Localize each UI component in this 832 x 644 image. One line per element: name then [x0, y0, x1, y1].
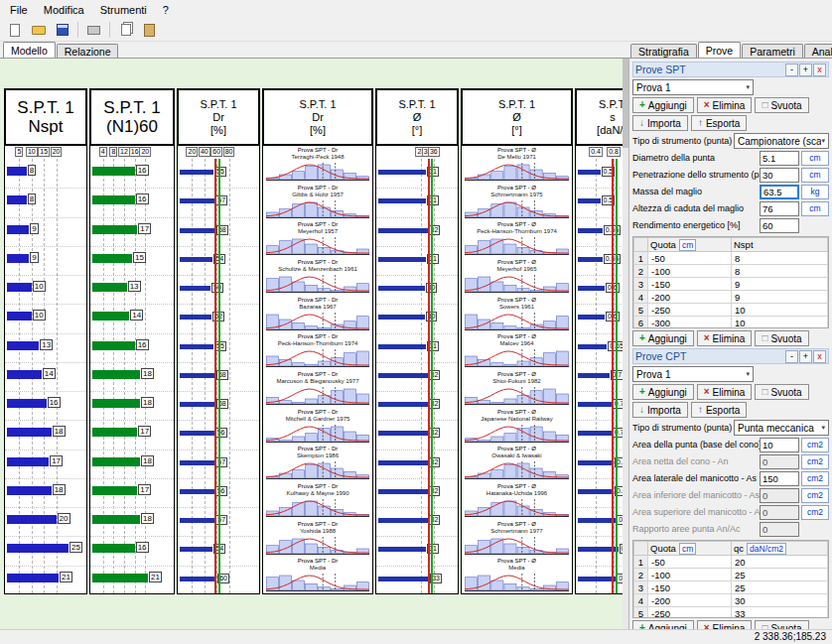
unit-selector-cm2[interactable]: cm2	[801, 505, 829, 520]
mini-chart-title: Prova SPT - Dr	[263, 370, 372, 378]
unit-selector-cm[interactable]: cm	[679, 239, 696, 251]
diametro-della-punta-input[interactable]: 5.1	[760, 151, 799, 166]
area-laterale-del-manicotto-as-input[interactable]: 150	[760, 471, 799, 486]
chart-header-nspt: S.P.T. 1Nspt	[4, 88, 87, 146]
cell[interactable]: -100	[648, 569, 732, 581]
aggiungi-button[interactable]: +Aggiungi	[632, 620, 694, 629]
row-index-header	[634, 238, 648, 252]
open-folder-button[interactable]	[28, 21, 49, 40]
table-row: 5-25010	[634, 304, 828, 317]
paste-button[interactable]	[139, 21, 160, 40]
tab-stratigrafia[interactable]: Stratigrafia	[630, 44, 697, 58]
bar-value-label: 18	[53, 426, 66, 437]
tab-analisi[interactable]: Analisi	[804, 44, 832, 58]
svuota-button[interactable]: □Svuota	[755, 384, 808, 400]
unit-selector-cm2[interactable]: cm2	[801, 471, 829, 486]
cell[interactable]: 25	[732, 569, 828, 581]
rapporto-aree-punta-an-ac-input[interactable]: 0	[760, 522, 799, 537]
new-document-button[interactable]	[4, 21, 25, 40]
unit-selector-cm[interactable]: cm	[801, 151, 829, 166]
importa-button[interactable]: ↓Importa	[632, 402, 688, 418]
chart-header-line: [°]	[463, 124, 571, 137]
cell[interactable]: -200	[648, 594, 732, 607]
cell[interactable]: 9	[732, 291, 828, 304]
menu-modifica[interactable]: Modifica	[36, 2, 92, 18]
elimina-button[interactable]: ×Elimina	[697, 620, 753, 629]
svuota-button[interactable]: □Svuota	[755, 620, 808, 629]
unit-selector-kg[interactable]: kg	[801, 185, 829, 199]
cell[interactable]: -300	[648, 317, 732, 329]
svuota-button[interactable]: □Svuota	[755, 97, 808, 113]
tab-modello[interactable]: Modello	[3, 42, 56, 58]
aggiungi-button[interactable]: +Aggiungi	[632, 384, 694, 400]
unit-selector-cm2[interactable]: cm2	[801, 488, 829, 503]
cell[interactable]: -100	[648, 265, 732, 278]
cell[interactable]: -250	[648, 304, 732, 317]
elimina-button[interactable]: ×Elimina	[697, 330, 753, 346]
esporta-label: Esporta	[706, 118, 740, 129]
menu-strumenti[interactable]: Strumenti	[92, 2, 155, 18]
cell[interactable]: -50	[648, 556, 732, 569]
mini-chart-title: Prova SPT - Ø	[462, 445, 572, 452]
prove-spt-strumento-select[interactable]: Campionatore (scarpa ta▾	[734, 133, 829, 149]
menu-file[interactable]: File	[2, 2, 36, 18]
tab-prove[interactable]: Prove	[698, 42, 741, 58]
area-inferiore-del-manicotto-asb-input[interactable]: 0	[760, 488, 799, 503]
penetrazione-dello-strumento-passo-input[interactable]: 30	[760, 168, 799, 183]
massa-del-maglio-input[interactable]: 63.5	[760, 185, 799, 199]
unit-selector-cm2[interactable]: cm2	[801, 454, 829, 469]
unit-selector-cm2[interactable]: cm2	[801, 438, 829, 452]
importa-button[interactable]: ↓Importa	[632, 115, 688, 131]
cell[interactable]: 10	[732, 304, 828, 317]
area-netta-del-cono-an-input[interactable]: 0	[760, 454, 799, 469]
cell[interactable]: 10	[732, 317, 828, 329]
unit-selector-cm[interactable]: cm	[801, 201, 829, 216]
prove-cpt-header-add-button[interactable]: +	[799, 350, 812, 363]
prove-spt-header-add-button[interactable]: +	[799, 64, 812, 76]
cell[interactable]: 30	[732, 594, 828, 607]
status-bar: 2 338.36;185.23	[0, 629, 832, 644]
chart-scrollbar-thumb[interactable]	[623, 59, 628, 148]
copy-button[interactable]	[115, 21, 136, 40]
prove-spt-prova-select[interactable]: Prova 1▾	[632, 79, 754, 95]
esporta-button[interactable]: ↑Esporta	[691, 115, 747, 131]
tab-parametri[interactable]: Parametri	[742, 44, 803, 58]
prove-cpt-strumento-select[interactable]: Punta meccanica▾	[734, 420, 829, 436]
mini-chart: Prova SPT - ØSchmertmann 1977	[462, 520, 572, 558]
unit-selector-cm[interactable]: cm	[679, 543, 696, 555]
cell[interactable]: 8	[732, 265, 828, 278]
prove-spt-header-close-button[interactable]: x	[813, 64, 826, 76]
print-button[interactable]	[83, 21, 104, 40]
menu-item[interactable]: ?	[155, 2, 177, 18]
svuota-button[interactable]: □Svuota	[755, 330, 808, 346]
unit-selector-cm[interactable]: cm	[801, 168, 829, 183]
penetrazione-dello-strumento-passo-label: Penetrazione dello strumento (passo)	[632, 170, 760, 180]
chart-scrollbar[interactable]	[623, 58, 628, 629]
prove-cpt-header-close-button[interactable]: x	[813, 350, 826, 363]
cell[interactable]: 8	[732, 252, 828, 265]
cell[interactable]: -150	[648, 581, 732, 594]
altezza-di-caduta-del-maglio-input[interactable]: 76	[760, 201, 799, 216]
cell[interactable]: -250	[648, 607, 732, 619]
cell[interactable]: -200	[648, 291, 732, 304]
unit-selector-dan-cm2[interactable]: daN/cm2	[747, 543, 786, 555]
elimina-button[interactable]: ×Elimina	[697, 384, 753, 400]
cell[interactable]: 25	[732, 581, 828, 594]
aggiungi-button[interactable]: +Aggiungi	[632, 97, 694, 113]
prove-cpt-header-collapse-button[interactable]: -	[785, 350, 798, 363]
save-button[interactable]	[52, 21, 72, 40]
elimina-button[interactable]: ×Elimina	[697, 97, 753, 113]
area-superiore-del-manicotto-asl-input[interactable]: 0	[760, 505, 799, 520]
cell[interactable]: -50	[648, 252, 732, 265]
cell[interactable]: 9	[732, 278, 828, 291]
esporta-button[interactable]: ↑Esporta	[691, 402, 747, 418]
cell[interactable]: 20	[732, 556, 828, 569]
cell[interactable]: 33	[732, 607, 828, 619]
tab-relazione[interactable]: Relazione	[57, 44, 119, 58]
aggiungi-button[interactable]: +Aggiungi	[632, 330, 694, 346]
prove-spt-header-collapse-button[interactable]: -	[785, 64, 798, 76]
cell[interactable]: -150	[648, 278, 732, 291]
rendimento-energetico-input[interactable]: 60	[760, 218, 799, 233]
prove-cpt-prova-select[interactable]: Prova 1▾	[632, 366, 754, 382]
area-della-punta-base-del-cono-ac-input[interactable]: 10	[760, 438, 799, 452]
